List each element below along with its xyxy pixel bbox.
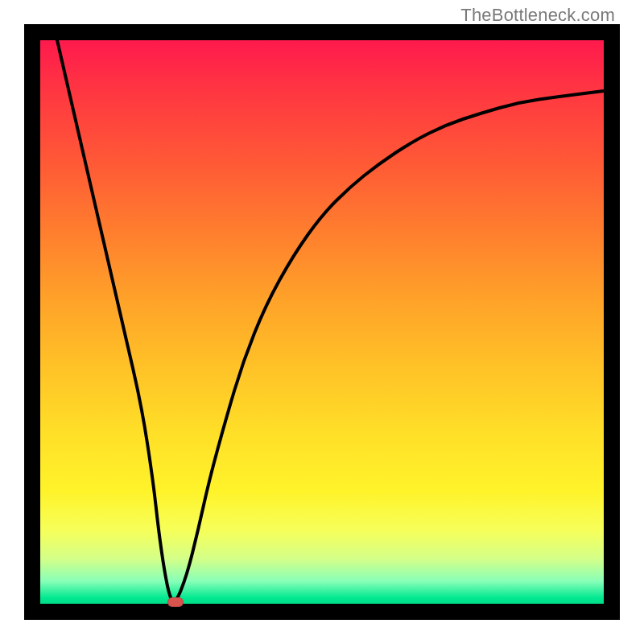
bottleneck-curve <box>57 40 604 601</box>
plot-area <box>40 40 604 604</box>
chart-frame <box>24 24 620 620</box>
minimum-marker <box>167 597 184 607</box>
chart-root: TheBottleneck.com <box>0 0 644 644</box>
attribution-text: TheBottleneck.com <box>460 5 615 26</box>
curve-layer <box>40 40 604 604</box>
